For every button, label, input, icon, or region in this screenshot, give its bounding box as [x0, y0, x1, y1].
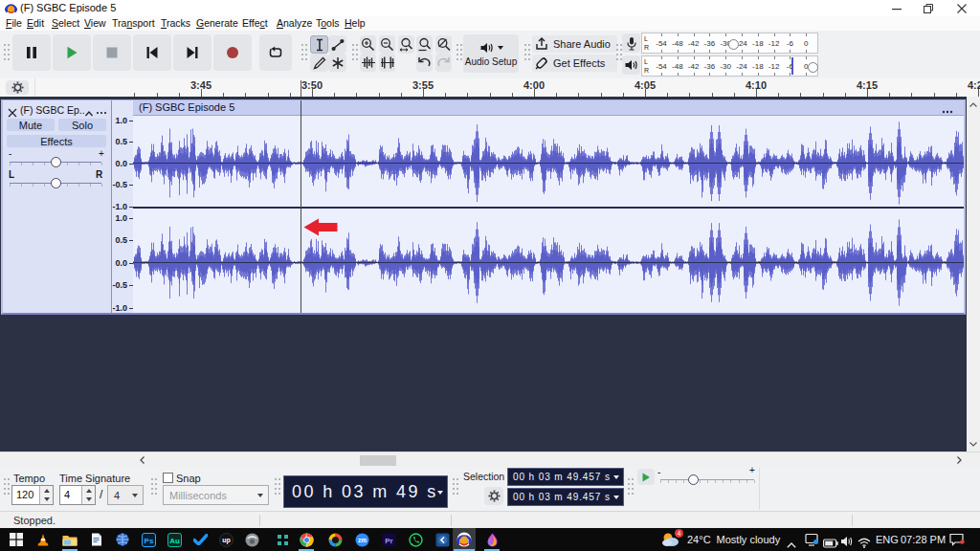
- taskbar-zoom-button[interactable]: zm: [350, 528, 373, 551]
- snap-toolbar-grip[interactable]: [151, 478, 158, 499]
- horizontal-scrollbar[interactable]: [0, 452, 980, 468]
- tempo-spinner[interactable]: [39, 486, 53, 504]
- draw-tool-button[interactable]: [310, 54, 328, 72]
- taskbar-ball-button[interactable]: [240, 528, 263, 551]
- hscroll-left-button[interactable]: [135, 454, 148, 466]
- tempo-input[interactable]: 120: [11, 485, 54, 505]
- tray-network-icon[interactable]: [858, 535, 871, 545]
- playback-meter[interactable]: LR-54-48-42-36-30-24-18-12-60: [641, 55, 818, 77]
- selection-toolbar-grip[interactable]: [453, 478, 459, 499]
- tools-toolbar-grip[interactable]: [301, 44, 308, 65]
- tray-pc-icon[interactable]: [805, 533, 819, 546]
- selection-end-field[interactable]: 00 h 03 m 49.457 s: [507, 488, 624, 506]
- effects-button[interactable]: Effects: [7, 135, 106, 147]
- taskbar-explorer-button[interactable]: [58, 528, 81, 551]
- selection-start-field[interactable]: 00 h 03 m 49.457 s: [507, 468, 624, 486]
- track-title[interactable]: (F) SGBC Ep...: [20, 104, 85, 116]
- taskbar-start-button[interactable]: [5, 528, 28, 551]
- taskbar-word-button[interactable]: [85, 528, 108, 551]
- trim-audio-button[interactable]: [360, 54, 376, 72]
- zoom-fit-button[interactable]: [416, 35, 433, 54]
- selection-options-button[interactable]: [484, 487, 503, 505]
- playback-meter-button[interactable]: [622, 55, 640, 75]
- play-at-speed-button[interactable]: [637, 469, 655, 485]
- snap-checkbox[interactable]: [163, 473, 173, 483]
- redo-button[interactable]: [435, 54, 452, 72]
- taskbar-whatsapp-button[interactable]: [404, 528, 427, 551]
- taskbar-check-button[interactable]: [189, 528, 212, 551]
- channel1-lane[interactable]: [133, 116, 964, 207]
- speed-slider-thumb[interactable]: [688, 474, 699, 485]
- taskbar-audacity-button[interactable]: [453, 528, 476, 551]
- menu-item-transport[interactable]: Transport: [112, 17, 155, 29]
- zoom-in-button[interactable]: [360, 35, 376, 54]
- menu-item-help[interactable]: Help: [345, 17, 366, 29]
- hscroll-thumb[interactable]: [360, 455, 396, 466]
- time-display[interactable]: 00 h 03 m 49 s: [283, 475, 448, 508]
- undo-button[interactable]: [416, 54, 433, 72]
- gain-slider-thumb[interactable]: [51, 157, 61, 167]
- audio-setup-toolbar-grip[interactable]: [457, 44, 463, 65]
- time-toolbar-grip[interactable]: [4, 478, 11, 499]
- selection-tool-button[interactable]: [310, 35, 328, 54]
- minimize-button[interactable]: [882, 0, 911, 16]
- play-button[interactable]: [53, 34, 91, 71]
- skip-to-end-button[interactable]: [173, 34, 212, 71]
- share-toolbar-grip[interactable]: [524, 44, 531, 65]
- taskbar-audition-button[interactable]: Au: [163, 528, 186, 551]
- track-close-button[interactable]: [8, 104, 17, 114]
- hscroll-right-button[interactable]: [952, 454, 966, 466]
- track-menu-button[interactable]: [96, 104, 107, 114]
- menu-item-analyze[interactable]: Analyze: [277, 17, 312, 29]
- taskbar-color-ring-button[interactable]: [323, 528, 346, 551]
- envelope-tool-button[interactable]: [328, 35, 346, 54]
- taskbar-chrome-button[interactable]: [295, 528, 318, 551]
- taskbar-dots-button[interactable]: [271, 528, 294, 551]
- transport-toolbar-grip[interactable]: [4, 44, 11, 65]
- playback-meter-slider-thumb[interactable]: [808, 62, 818, 73]
- share-audio-button[interactable]: Share Audio: [532, 35, 617, 53]
- zoom-toggle-button[interactable]: [435, 35, 452, 54]
- mute-button[interactable]: Mute: [7, 119, 55, 131]
- track-collapse-button[interactable]: [84, 105, 94, 115]
- solo-button[interactable]: Solo: [58, 119, 106, 131]
- menu-item-view[interactable]: View: [84, 17, 106, 29]
- silence-audio-button[interactable]: [379, 54, 395, 72]
- multi-tool-button[interactable]: [328, 54, 346, 72]
- tray-clock[interactable]: 07:28 PM: [901, 534, 946, 545]
- get-effects-button[interactable]: Get Effects: [532, 55, 617, 72]
- edit-toolbar-grip[interactable]: [352, 44, 359, 65]
- taskbar-sphere-button[interactable]: [111, 528, 134, 551]
- recording-meter[interactable]: LR-54-48-42-36-30-24-18-12-60: [641, 33, 818, 54]
- restore-button[interactable]: [914, 0, 943, 16]
- menu-item-effect[interactable]: Effect: [242, 17, 268, 29]
- skip-to-start-button[interactable]: [133, 34, 171, 71]
- menu-item-edit[interactable]: Edit: [27, 17, 44, 29]
- time-display-grip[interactable]: [275, 478, 281, 499]
- zoom-out-button[interactable]: [379, 35, 395, 54]
- menu-item-file[interactable]: File: [6, 17, 22, 29]
- audio-setup-button[interactable]: Audio Setup: [463, 34, 519, 73]
- play-at-speed-grip[interactable]: [628, 478, 635, 499]
- recording-meter-slider-thumb[interactable]: [728, 39, 739, 50]
- zoom-selection-button[interactable]: [398, 35, 414, 54]
- taskbar-paint-drop-button[interactable]: [480, 528, 503, 551]
- loop-button[interactable]: [259, 34, 292, 71]
- taskbar-vlc-button[interactable]: [32, 528, 55, 551]
- taskbar-photoshop-button[interactable]: Ps: [137, 528, 160, 551]
- tray-language[interactable]: ENG: [876, 534, 899, 545]
- channel2-lane[interactable]: [133, 209, 964, 313]
- menu-item-select[interactable]: Select: [52, 17, 79, 29]
- close-button[interactable]: [947, 0, 976, 16]
- taskbar-weather-button[interactable]: 4 24°C Mostly cloudy: [660, 528, 785, 551]
- vscroll-up-button[interactable]: [967, 99, 980, 110]
- taskbar-upwork-button[interactable]: up: [214, 528, 237, 551]
- pan-slider-thumb[interactable]: [51, 178, 61, 188]
- taskbar-chevron-button[interactable]: [431, 528, 454, 551]
- stop-button[interactable]: [93, 34, 131, 71]
- audio-track[interactable]: (F) SGBC Ep...MuteSoloEffects-+LR1.00.50…: [1, 99, 966, 315]
- vertical-scrollbar[interactable]: [967, 97, 980, 452]
- time-signature-lower-select[interactable]: 4: [107, 485, 144, 505]
- snap-mode-select[interactable]: Milliseconds: [163, 485, 269, 505]
- timeline-ruler[interactable]: 3:453:503:554:004:054:104:154:20: [0, 78, 980, 98]
